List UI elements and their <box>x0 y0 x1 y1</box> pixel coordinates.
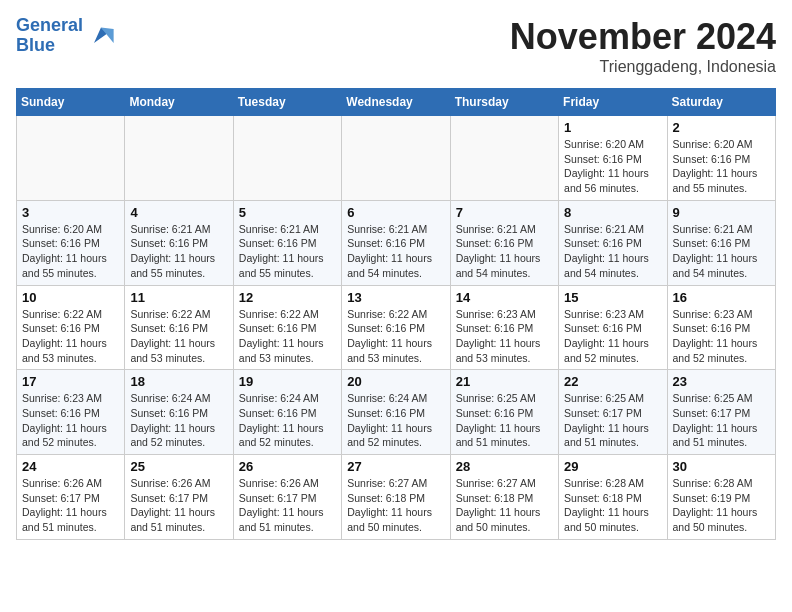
day-info: Sunrise: 6:23 AM Sunset: 6:16 PM Dayligh… <box>564 307 661 366</box>
calendar-cell: 20Sunrise: 6:24 AM Sunset: 6:16 PM Dayli… <box>342 370 450 455</box>
calendar-body: 1Sunrise: 6:20 AM Sunset: 6:16 PM Daylig… <box>17 116 776 540</box>
calendar-cell: 2Sunrise: 6:20 AM Sunset: 6:16 PM Daylig… <box>667 116 775 201</box>
calendar-cell: 29Sunrise: 6:28 AM Sunset: 6:18 PM Dayli… <box>559 455 667 540</box>
calendar-cell: 9Sunrise: 6:21 AM Sunset: 6:16 PM Daylig… <box>667 200 775 285</box>
logo-icon <box>87 22 115 50</box>
calendar-cell <box>17 116 125 201</box>
logo-blue: Blue <box>16 35 55 55</box>
day-number: 22 <box>564 374 661 389</box>
day-number: 30 <box>673 459 770 474</box>
day-number: 2 <box>673 120 770 135</box>
calendar-cell: 18Sunrise: 6:24 AM Sunset: 6:16 PM Dayli… <box>125 370 233 455</box>
calendar-header-monday: Monday <box>125 89 233 116</box>
day-info: Sunrise: 6:28 AM Sunset: 6:19 PM Dayligh… <box>673 476 770 535</box>
calendar-cell: 24Sunrise: 6:26 AM Sunset: 6:17 PM Dayli… <box>17 455 125 540</box>
calendar-cell: 5Sunrise: 6:21 AM Sunset: 6:16 PM Daylig… <box>233 200 341 285</box>
calendar-cell: 26Sunrise: 6:26 AM Sunset: 6:17 PM Dayli… <box>233 455 341 540</box>
calendar-cell: 19Sunrise: 6:24 AM Sunset: 6:16 PM Dayli… <box>233 370 341 455</box>
calendar-cell: 4Sunrise: 6:21 AM Sunset: 6:16 PM Daylig… <box>125 200 233 285</box>
day-number: 1 <box>564 120 661 135</box>
calendar-cell: 22Sunrise: 6:25 AM Sunset: 6:17 PM Dayli… <box>559 370 667 455</box>
day-number: 4 <box>130 205 227 220</box>
calendar-cell: 27Sunrise: 6:27 AM Sunset: 6:18 PM Dayli… <box>342 455 450 540</box>
calendar-cell: 23Sunrise: 6:25 AM Sunset: 6:17 PM Dayli… <box>667 370 775 455</box>
day-number: 10 <box>22 290 119 305</box>
day-number: 3 <box>22 205 119 220</box>
calendar-header-friday: Friday <box>559 89 667 116</box>
day-info: Sunrise: 6:21 AM Sunset: 6:16 PM Dayligh… <box>239 222 336 281</box>
month-title: November 2024 <box>510 16 776 58</box>
calendar-week-3: 10Sunrise: 6:22 AM Sunset: 6:16 PM Dayli… <box>17 285 776 370</box>
day-number: 15 <box>564 290 661 305</box>
calendar-cell <box>125 116 233 201</box>
day-info: Sunrise: 6:25 AM Sunset: 6:17 PM Dayligh… <box>564 391 661 450</box>
calendar-cell: 1Sunrise: 6:20 AM Sunset: 6:16 PM Daylig… <box>559 116 667 201</box>
day-number: 16 <box>673 290 770 305</box>
day-number: 7 <box>456 205 553 220</box>
calendar-cell: 11Sunrise: 6:22 AM Sunset: 6:16 PM Dayli… <box>125 285 233 370</box>
calendar-cell: 28Sunrise: 6:27 AM Sunset: 6:18 PM Dayli… <box>450 455 558 540</box>
day-info: Sunrise: 6:26 AM Sunset: 6:17 PM Dayligh… <box>22 476 119 535</box>
day-number: 14 <box>456 290 553 305</box>
day-number: 6 <box>347 205 444 220</box>
calendar-header-tuesday: Tuesday <box>233 89 341 116</box>
calendar-header-sunday: Sunday <box>17 89 125 116</box>
calendar-cell: 21Sunrise: 6:25 AM Sunset: 6:16 PM Dayli… <box>450 370 558 455</box>
title-block: November 2024 Trienggadeng, Indonesia <box>510 16 776 76</box>
day-number: 5 <box>239 205 336 220</box>
day-info: Sunrise: 6:27 AM Sunset: 6:18 PM Dayligh… <box>456 476 553 535</box>
day-number: 20 <box>347 374 444 389</box>
calendar-cell: 12Sunrise: 6:22 AM Sunset: 6:16 PM Dayli… <box>233 285 341 370</box>
day-number: 13 <box>347 290 444 305</box>
logo-general: General <box>16 15 83 35</box>
day-number: 28 <box>456 459 553 474</box>
day-info: Sunrise: 6:27 AM Sunset: 6:18 PM Dayligh… <box>347 476 444 535</box>
logo: General Blue <box>16 16 115 56</box>
calendar-cell: 17Sunrise: 6:23 AM Sunset: 6:16 PM Dayli… <box>17 370 125 455</box>
day-info: Sunrise: 6:22 AM Sunset: 6:16 PM Dayligh… <box>22 307 119 366</box>
location: Trienggadeng, Indonesia <box>510 58 776 76</box>
calendar-header-row: SundayMondayTuesdayWednesdayThursdayFrid… <box>17 89 776 116</box>
day-info: Sunrise: 6:23 AM Sunset: 6:16 PM Dayligh… <box>673 307 770 366</box>
day-info: Sunrise: 6:21 AM Sunset: 6:16 PM Dayligh… <box>673 222 770 281</box>
calendar-cell: 8Sunrise: 6:21 AM Sunset: 6:16 PM Daylig… <box>559 200 667 285</box>
day-info: Sunrise: 6:22 AM Sunset: 6:16 PM Dayligh… <box>239 307 336 366</box>
day-number: 25 <box>130 459 227 474</box>
calendar-cell: 6Sunrise: 6:21 AM Sunset: 6:16 PM Daylig… <box>342 200 450 285</box>
page-header: General Blue November 2024 Trienggadeng,… <box>16 16 776 76</box>
calendar-week-1: 1Sunrise: 6:20 AM Sunset: 6:16 PM Daylig… <box>17 116 776 201</box>
day-number: 17 <box>22 374 119 389</box>
calendar-cell: 10Sunrise: 6:22 AM Sunset: 6:16 PM Dayli… <box>17 285 125 370</box>
day-info: Sunrise: 6:24 AM Sunset: 6:16 PM Dayligh… <box>239 391 336 450</box>
day-info: Sunrise: 6:20 AM Sunset: 6:16 PM Dayligh… <box>564 137 661 196</box>
day-number: 9 <box>673 205 770 220</box>
day-info: Sunrise: 6:26 AM Sunset: 6:17 PM Dayligh… <box>130 476 227 535</box>
day-info: Sunrise: 6:20 AM Sunset: 6:16 PM Dayligh… <box>22 222 119 281</box>
day-info: Sunrise: 6:24 AM Sunset: 6:16 PM Dayligh… <box>130 391 227 450</box>
calendar-cell: 15Sunrise: 6:23 AM Sunset: 6:16 PM Dayli… <box>559 285 667 370</box>
day-info: Sunrise: 6:21 AM Sunset: 6:16 PM Dayligh… <box>347 222 444 281</box>
day-info: Sunrise: 6:22 AM Sunset: 6:16 PM Dayligh… <box>130 307 227 366</box>
day-info: Sunrise: 6:25 AM Sunset: 6:17 PM Dayligh… <box>673 391 770 450</box>
day-number: 8 <box>564 205 661 220</box>
day-number: 11 <box>130 290 227 305</box>
calendar-header-thursday: Thursday <box>450 89 558 116</box>
calendar-week-2: 3Sunrise: 6:20 AM Sunset: 6:16 PM Daylig… <box>17 200 776 285</box>
calendar-header-saturday: Saturday <box>667 89 775 116</box>
day-number: 27 <box>347 459 444 474</box>
day-info: Sunrise: 6:28 AM Sunset: 6:18 PM Dayligh… <box>564 476 661 535</box>
calendar-cell: 25Sunrise: 6:26 AM Sunset: 6:17 PM Dayli… <box>125 455 233 540</box>
day-info: Sunrise: 6:23 AM Sunset: 6:16 PM Dayligh… <box>22 391 119 450</box>
calendar-cell <box>342 116 450 201</box>
day-info: Sunrise: 6:20 AM Sunset: 6:16 PM Dayligh… <box>673 137 770 196</box>
calendar-table: SundayMondayTuesdayWednesdayThursdayFrid… <box>16 88 776 540</box>
day-number: 18 <box>130 374 227 389</box>
day-info: Sunrise: 6:22 AM Sunset: 6:16 PM Dayligh… <box>347 307 444 366</box>
day-number: 24 <box>22 459 119 474</box>
calendar-cell: 14Sunrise: 6:23 AM Sunset: 6:16 PM Dayli… <box>450 285 558 370</box>
day-info: Sunrise: 6:21 AM Sunset: 6:16 PM Dayligh… <box>130 222 227 281</box>
calendar-week-4: 17Sunrise: 6:23 AM Sunset: 6:16 PM Dayli… <box>17 370 776 455</box>
calendar-cell: 13Sunrise: 6:22 AM Sunset: 6:16 PM Dayli… <box>342 285 450 370</box>
calendar-cell <box>233 116 341 201</box>
calendar-cell: 30Sunrise: 6:28 AM Sunset: 6:19 PM Dayli… <box>667 455 775 540</box>
